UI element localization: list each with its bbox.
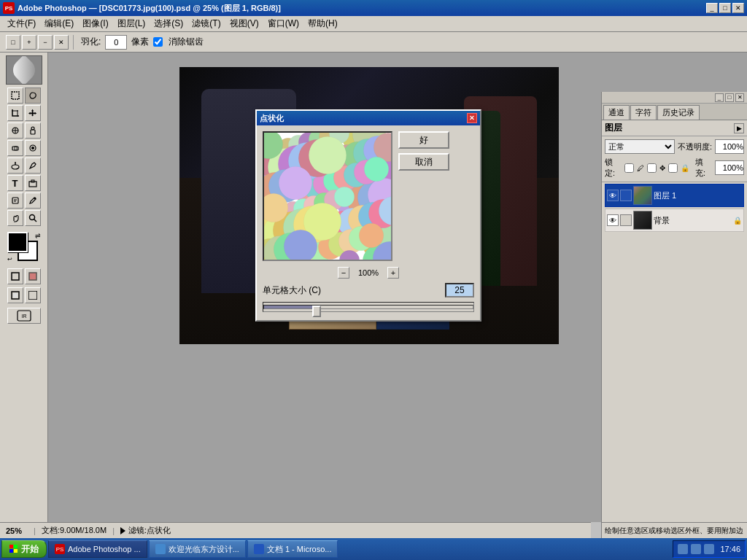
marquee-tool[interactable] — [7, 88, 23, 104]
menu-bar: 文件(F) 编辑(E) 图像(I) 图层(L) 选择(S) 滤镜(T) 视图(V… — [0, 16, 747, 32]
antialias-label: 消除锯齿 — [169, 36, 204, 48]
blur-tool[interactable] — [25, 140, 41, 156]
svg-rect-22 — [29, 273, 36, 280]
background-layer-name: 背景 — [654, 215, 732, 226]
opacity-label: 不透明度: — [678, 141, 712, 152]
color-selector[interactable]: ⇌ ↩ — [7, 232, 41, 262]
shape-tool[interactable] — [25, 175, 41, 191]
eyedropper-tool[interactable] — [25, 192, 41, 209]
tab-channels[interactable]: 通道 — [603, 105, 630, 120]
right-status-text: 绘制任意选区或移动选区外框、要用附加边 — [605, 526, 743, 536]
background-visibility-eye[interactable]: 👁 — [607, 214, 619, 226]
layer-item-background[interactable]: 👁 背景 🔒 — [605, 209, 744, 232]
crop-tool[interactable] — [7, 105, 23, 121]
menu-select[interactable]: 选择(S) — [150, 16, 187, 31]
dialog-ok-btn[interactable]: 好 — [398, 131, 449, 149]
hand-tool[interactable] — [7, 210, 23, 226]
clone-tool[interactable] — [25, 122, 41, 139]
lasso-add-btn[interactable]: + — [22, 35, 36, 50]
zoom-tool[interactable] — [25, 210, 41, 226]
menu-window[interactable]: 窗口(W) — [263, 16, 303, 31]
close-button[interactable]: ✕ — [732, 3, 744, 13]
pen-tool[interactable] — [25, 158, 41, 174]
svg-rect-24 — [13, 293, 18, 298]
status-filter-area: 滤镜:点状化 — [120, 525, 171, 536]
svg-rect-25 — [28, 291, 37, 300]
opacity-input[interactable] — [715, 139, 744, 154]
menu-image[interactable]: 图像(I) — [78, 16, 112, 31]
dialog-close-btn[interactable]: ✕ — [467, 113, 477, 123]
layer-item-1[interactable]: 👁 图层 1 — [605, 184, 744, 207]
svg-point-11 — [12, 165, 19, 169]
menu-file[interactable]: 文件(F) — [3, 16, 40, 31]
fill-label: 填充: — [695, 157, 712, 179]
cell-size-input[interactable] — [445, 283, 474, 298]
fill-input[interactable] — [715, 160, 744, 175]
layer-1-visibility-eye[interactable]: 👁 — [607, 190, 619, 201]
eraser-tool[interactable] — [7, 140, 23, 156]
svg-rect-30 — [9, 549, 13, 553]
antialias-checkbox[interactable] — [153, 37, 163, 47]
welcome-taskbar-icon — [155, 544, 166, 554]
menu-edit[interactable]: 编辑(E) — [40, 16, 78, 31]
panel-close-btn[interactable]: ✕ — [735, 93, 744, 102]
dialog-cancel-btn[interactable]: 取消 — [398, 153, 449, 171]
type-tool[interactable]: T — [7, 175, 23, 191]
taskbar-item-word[interactable]: 文档 1 - Microso... — [247, 540, 338, 558]
fullscreen-btn[interactable] — [25, 287, 41, 303]
move-tool[interactable] — [25, 105, 41, 121]
tray-icon-3 — [704, 544, 714, 554]
tab-history[interactable]: 历史记录 — [657, 105, 700, 120]
imageready-btn[interactable]: IR — [7, 308, 41, 324]
healing-tool[interactable] — [7, 122, 23, 139]
lasso-tool[interactable] — [25, 88, 41, 104]
title-bar-controls: _ □ ✕ — [706, 3, 744, 13]
lock-image-checkbox[interactable] — [647, 163, 657, 173]
tab-character[interactable]: 字符 — [630, 105, 657, 120]
cell-size-slider[interactable] — [263, 302, 474, 312]
panel-maximize-btn[interactable]: □ — [725, 93, 734, 102]
panel-minimize-btn[interactable]: _ — [715, 93, 724, 102]
svg-point-19 — [29, 215, 34, 220]
lasso-rect-btn[interactable]: □ — [6, 35, 20, 50]
menu-view[interactable]: 视图(V) — [225, 16, 263, 31]
quickmask-mode-btn[interactable] — [25, 268, 41, 284]
lock-all-checkbox[interactable] — [668, 163, 678, 173]
maximize-button[interactable]: □ — [719, 3, 731, 13]
feather-label: 羽化: — [81, 36, 101, 48]
taskbar-welcome-label: 欢迎光临东方设计... — [169, 544, 239, 555]
tray-icon-2 — [691, 544, 701, 554]
notes-tool[interactable] — [7, 192, 23, 209]
lasso-sub-btn[interactable]: − — [38, 35, 53, 50]
svg-rect-21 — [12, 273, 19, 280]
svg-rect-31 — [14, 549, 18, 553]
foreground-color[interactable] — [7, 232, 28, 252]
feather-input[interactable] — [105, 35, 127, 50]
minimize-button[interactable]: _ — [706, 3, 718, 13]
taskbar-item-welcome[interactable]: 欢迎光临东方设计... — [149, 540, 246, 558]
menu-help[interactable]: 帮助(H) — [303, 16, 342, 31]
menu-filter[interactable]: 滤镜(T) — [187, 16, 225, 31]
swap-colors-icon[interactable]: ⇌ — [35, 232, 41, 239]
dodge-tool[interactable] — [7, 158, 23, 174]
svg-line-20 — [34, 219, 36, 222]
layer-1-thumbnail — [633, 186, 652, 205]
standard-screen-btn[interactable] — [7, 287, 23, 303]
photoshop-taskbar-icon: PS — [55, 544, 65, 554]
tray-icon-1 — [678, 544, 688, 554]
reset-colors-icon[interactable]: ↩ — [7, 256, 12, 262]
zoom-plus-btn[interactable]: + — [387, 267, 399, 279]
start-button[interactable]: 开始 — [1, 540, 47, 558]
dialog-preview — [263, 131, 392, 261]
standard-mode-btn[interactable] — [7, 268, 23, 284]
menu-layer[interactable]: 图层(L) — [113, 16, 150, 31]
layers-menu-btn[interactable]: ▶ — [734, 123, 744, 133]
layers-list: 👁 图层 1 👁 背景 🔒 — [602, 182, 747, 558]
svg-text:IR: IR — [21, 314, 26, 319]
layer-mode-select[interactable]: 正常 — [605, 139, 675, 154]
lasso-inter-btn[interactable]: ✕ — [54, 35, 69, 50]
svg-rect-28 — [9, 545, 13, 548]
taskbar-item-photoshop[interactable]: PS Adobe Photoshop ... — [48, 540, 147, 558]
zoom-minus-btn[interactable]: − — [338, 267, 349, 279]
lock-transparent-checkbox[interactable] — [624, 163, 634, 173]
